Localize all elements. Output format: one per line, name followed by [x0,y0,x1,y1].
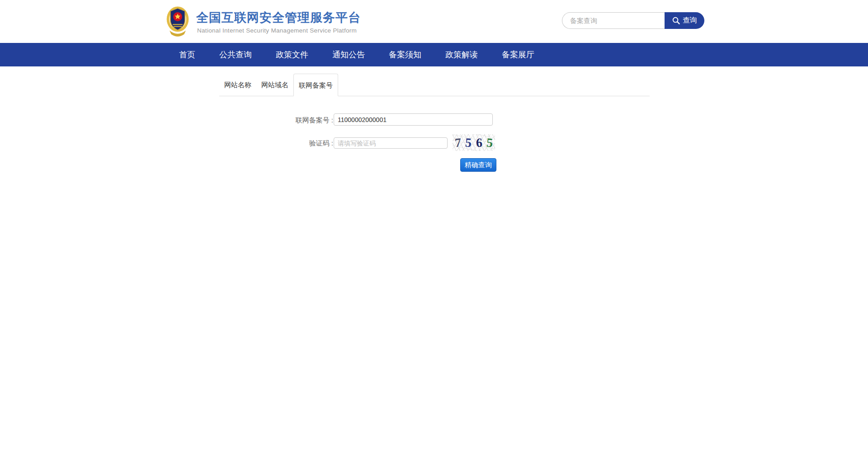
search-button[interactable]: 查询 [665,12,704,29]
captcha-label: 验证码 : [220,137,333,149]
search-icon [672,16,680,25]
tab-record-number[interactable]: 联网备案号 [293,74,338,96]
captcha-image[interactable]: 7 5 6 5 [453,134,495,151]
nav-items: 首页 公共查询 政策文件 通知公告 备案须知 政策解读 备案展厅 [179,43,534,66]
search-button-label: 查询 [683,16,697,25]
nav-item-record-hall[interactable]: 备案展厅 [502,43,534,66]
main-nav: 首页 公共查询 政策文件 通知公告 备案须知 政策解读 备案展厅 [0,43,868,66]
nav-item-policy-documents[interactable]: 政策文件 [276,43,308,66]
tab-website-name[interactable]: 网站名称 [219,74,256,96]
record-number-label: 联网备案号 : [220,114,333,126]
search-input[interactable] [562,12,665,29]
site-subtitle: National Internet Security Management Se… [197,27,357,34]
police-emblem-logo [165,4,190,38]
site-header: 全国互联网安全管理服务平台 National Internet Security… [0,0,868,43]
captcha-digit: 7 [454,136,462,149]
nav-item-notices[interactable]: 通知公告 [332,43,365,66]
captcha-input[interactable] [334,137,448,149]
record-number-input[interactable] [334,113,493,126]
captcha-digit: 6 [476,136,482,149]
nav-item-record-instructions[interactable]: 备案须知 [389,43,421,66]
query-tabs: 网站名称 网站域名 联网备案号 [219,74,650,96]
nav-item-public-query[interactable]: 公共查询 [219,43,252,66]
nav-item-policy-interpretation[interactable]: 政策解读 [445,43,478,66]
header-search: 查询 [562,12,704,29]
captcha-digit: 5 [486,136,493,149]
precise-query-button[interactable]: 精确查询 [460,158,496,172]
site-title: 全国互联网安全管理服务平台 [196,9,361,26]
tab-website-domain[interactable]: 网站域名 [256,74,293,96]
captcha-digit: 5 [465,136,472,149]
police-emblem-icon [165,4,190,38]
nav-item-home[interactable]: 首页 [179,43,195,66]
page: 全国互联网安全管理服务平台 National Internet Security… [0,0,868,470]
